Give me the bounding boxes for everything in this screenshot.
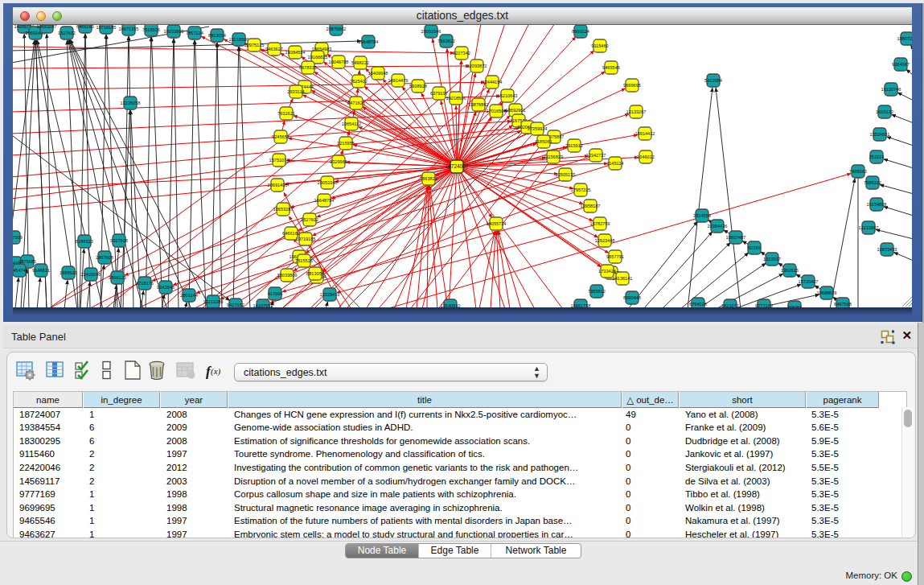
svg-text:12213967: 12213967 — [859, 225, 879, 230]
svg-text:2867608: 2867608 — [96, 255, 113, 260]
svg-text:12505135: 12505135 — [556, 172, 576, 177]
svg-text:16120746: 16120746 — [881, 87, 901, 92]
svg-text:15751074: 15751074 — [269, 158, 290, 163]
svg-text:16033809: 16033809 — [164, 29, 184, 34]
svg-text:1588520: 1588520 — [60, 270, 77, 275]
svg-text:7986322: 7986322 — [864, 180, 881, 185]
svg-text:18724007: 18724007 — [446, 163, 469, 169]
svg-text:3915912: 3915912 — [565, 143, 583, 148]
svg-text:9465546: 9465546 — [602, 65, 620, 70]
svg-text:1185061: 1185061 — [535, 139, 552, 144]
svg-text:62160: 62160 — [748, 245, 761, 250]
svg-text:9657791: 9657791 — [606, 254, 624, 259]
svg-text:6466160: 6466160 — [76, 25, 94, 29]
svg-text:20876862: 20876862 — [326, 27, 347, 31]
svg-text:8813054: 8813054 — [208, 33, 226, 38]
svg-text:7485063: 7485063 — [849, 169, 867, 174]
svg-text:10046788: 10046788 — [329, 60, 349, 64]
svg-text:1733426: 1733426 — [598, 269, 616, 274]
svg-text:16648784: 16648784 — [314, 198, 335, 203]
svg-text:16914479: 16914479 — [388, 78, 409, 83]
svg-text:17359924: 17359924 — [528, 126, 548, 131]
svg-text:9327509: 9327509 — [13, 235, 23, 240]
svg-text:16648784: 16648784 — [359, 39, 379, 44]
svg-text:1362615: 1362615 — [781, 268, 799, 273]
svg-text:9896123: 9896123 — [109, 275, 126, 280]
svg-text:20364436: 20364436 — [708, 224, 728, 229]
svg-text:9699695: 9699695 — [623, 83, 641, 88]
svg-text:5498222: 5498222 — [351, 60, 369, 65]
svg-text:7625402: 7625402 — [350, 79, 368, 84]
svg-text:12342737: 12342737 — [586, 153, 606, 158]
svg-text:14136141: 14136141 — [613, 276, 633, 281]
svg-text:16914412: 16914412 — [635, 131, 655, 136]
svg-text:10719185: 10719185 — [97, 25, 117, 30]
svg-text:19384554: 19384554 — [285, 50, 306, 55]
svg-text:12093872: 12093872 — [467, 64, 487, 68]
svg-text:13226058: 13226058 — [121, 101, 141, 105]
svg-text:17957225: 17957225 — [571, 187, 591, 192]
svg-text:8990448: 8990448 — [623, 295, 641, 300]
svg-text:12213389: 12213389 — [203, 299, 224, 304]
svg-text:8471626: 8471626 — [347, 101, 365, 105]
svg-text:10653287: 10653287 — [37, 25, 57, 29]
svg-text:9115460: 9115460 — [591, 43, 608, 48]
svg-text:17016504: 17016504 — [487, 109, 507, 113]
svg-text:7857224: 7857224 — [186, 31, 203, 35]
svg-text:1527602: 1527602 — [58, 31, 76, 35]
svg-text:9327508: 9327508 — [110, 238, 128, 243]
svg-text:8186323: 8186323 — [76, 239, 93, 244]
svg-text:3824554: 3824554 — [693, 213, 711, 218]
svg-text:10654112: 10654112 — [342, 122, 361, 126]
svg-text:16154808: 16154808 — [867, 202, 887, 207]
svg-text:20053346: 20053346 — [318, 180, 338, 185]
svg-text:1322037: 1322037 — [763, 257, 781, 262]
svg-text:10807487: 10807487 — [726, 235, 746, 240]
svg-text:12923448: 12923448 — [595, 238, 615, 243]
svg-text:16210643: 16210643 — [498, 93, 518, 98]
svg-text:7515526: 7515526 — [142, 27, 160, 32]
svg-text:20053346: 20053346 — [421, 29, 441, 34]
svg-text:18807249: 18807249 — [897, 36, 912, 41]
svg-text:6497568: 6497568 — [834, 302, 852, 307]
svg-text:10688609: 10688609 — [817, 290, 837, 295]
svg-text:16033809: 16033809 — [277, 273, 298, 278]
svg-text:14055724: 14055724 — [487, 221, 507, 226]
svg-text:6794028: 6794028 — [689, 302, 707, 307]
svg-text:13524851: 13524851 — [870, 132, 890, 137]
svg-text:13325419: 13325419 — [320, 292, 340, 297]
svg-text:5912954: 5912954 — [704, 78, 722, 83]
svg-text:16409948: 16409948 — [368, 71, 388, 76]
svg-text:417006: 417006 — [268, 291, 283, 296]
svg-text:8813054: 8813054 — [306, 271, 324, 276]
svg-text:10719185: 10719185 — [296, 237, 316, 241]
svg-text:1145114: 1145114 — [607, 161, 624, 166]
svg-text:9146821: 9146821 — [32, 268, 50, 273]
svg-text:12975125: 12975125 — [244, 43, 265, 47]
svg-text:7663822: 7663822 — [420, 176, 437, 181]
svg-text:252214: 252214 — [869, 154, 885, 159]
svg-text:9329966: 9329966 — [330, 159, 347, 164]
svg-text:1615132: 1615132 — [876, 109, 893, 114]
svg-text:12133267: 12133267 — [626, 109, 647, 114]
svg-text:9245652: 9245652 — [272, 134, 290, 139]
svg-text:9084067: 9084067 — [892, 62, 910, 67]
svg-text:9227342: 9227342 — [453, 51, 470, 56]
svg-text:15720407: 15720407 — [799, 279, 819, 284]
svg-text:(x): (x) — [211, 366, 221, 377]
svg-text:13692901: 13692901 — [506, 108, 526, 113]
svg-text:9463627: 9463627 — [265, 47, 283, 51]
svg-text:3215955: 3215955 — [337, 141, 355, 146]
svg-text:8454749: 8454749 — [13, 268, 28, 273]
svg-text:8660124: 8660124 — [572, 29, 589, 34]
svg-text:20876862: 20876862 — [469, 102, 489, 107]
svg-text:1046012: 1046012 — [637, 154, 655, 159]
svg-text:19166825: 19166825 — [308, 55, 328, 60]
svg-text:2933114: 2933114 — [287, 89, 304, 94]
svg-text:16782759: 16782759 — [590, 221, 610, 226]
svg-text:8678335: 8678335 — [299, 65, 317, 70]
svg-text:7955812: 7955812 — [588, 289, 606, 294]
svg-text:19218506: 19218506 — [229, 37, 249, 42]
svg-text:11156829: 11156829 — [544, 154, 563, 159]
svg-text:10973493: 10973493 — [877, 247, 897, 252]
